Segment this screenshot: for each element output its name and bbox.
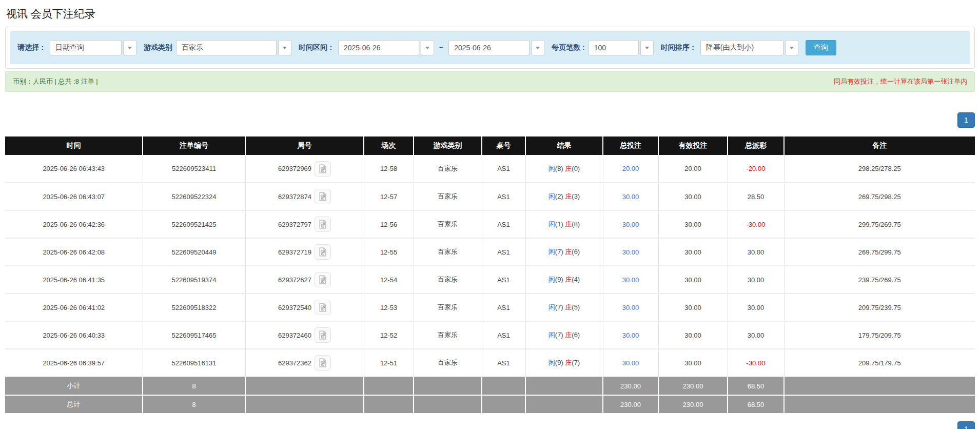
result-banker-label: 庄 xyxy=(565,165,572,172)
pagination-top: 1 xyxy=(5,112,975,128)
table-row: 2025-06-26 06:43:43522609523411629372969… xyxy=(5,155,975,183)
cell-table-id: AS1 xyxy=(482,155,525,183)
cell-session: 12-57 xyxy=(364,183,414,210)
result-player-label: 闲 xyxy=(548,276,555,283)
video-file-icon[interactable] xyxy=(315,161,331,177)
cell-note: 239.75/269.75 xyxy=(784,266,975,294)
time-sort-dropdown-button[interactable] xyxy=(785,40,798,55)
result-banker-score: (7) xyxy=(572,359,580,366)
game-type-dropdown-button[interactable] xyxy=(278,40,291,55)
cell-round-id: 629372627 xyxy=(245,266,364,294)
date-to-input[interactable] xyxy=(448,40,530,55)
cell-bet-id: 522609519374 xyxy=(143,266,245,294)
date-range-separator: ~ xyxy=(439,44,443,52)
per-page-input[interactable] xyxy=(589,40,639,55)
result-player-label: 闲 xyxy=(548,220,555,228)
game-type-label: 游戏类别 xyxy=(144,43,172,52)
caret-down-icon xyxy=(128,47,132,49)
summary-payout: 68.50 xyxy=(728,377,784,395)
total-bet-link[interactable]: 30.00 xyxy=(622,193,639,201)
cell-result xyxy=(525,395,603,414)
result-player-score: (2) xyxy=(555,192,565,200)
round-id-with-video: 629372969 xyxy=(278,161,331,177)
query-mode-dropdown-button[interactable] xyxy=(123,40,136,55)
date-from-dropdown-button[interactable] xyxy=(421,40,434,55)
total-bet-link[interactable]: 30.00 xyxy=(622,276,639,284)
video-file-icon[interactable] xyxy=(315,272,331,287)
betting-records-table: 时间 注单编号 局号 场次 游戏类别 桌号 结果 总投注 有效投注 总派彩 备注… xyxy=(5,136,975,414)
total-bet-link[interactable]: 30.00 xyxy=(622,248,639,256)
result-banker-score: (6) xyxy=(572,248,580,256)
video-file-icon[interactable] xyxy=(315,189,331,204)
round-id-with-video: 629372874 xyxy=(278,189,331,204)
date-from-input[interactable] xyxy=(338,40,419,55)
video-file-icon[interactable] xyxy=(315,244,331,260)
cell-note xyxy=(784,377,975,395)
cell-bet-id: 522609520449 xyxy=(143,238,245,266)
header-round-id: 局号 xyxy=(245,136,364,155)
result-player-score: (1) xyxy=(555,220,565,228)
caret-down-icon xyxy=(425,47,429,49)
total-bet-link[interactable]: 30.00 xyxy=(622,304,639,311)
time-sort-label: 时间排序： xyxy=(661,43,697,52)
total-bet-link[interactable]: 20.00 xyxy=(622,165,639,172)
date-to-dropdown-button[interactable] xyxy=(531,40,544,55)
header-table-id: 桌号 xyxy=(482,136,525,155)
time-sort-input[interactable] xyxy=(700,40,783,55)
per-page-combobox xyxy=(589,40,654,55)
round-id-with-video: 629372362 xyxy=(278,355,331,371)
subtotal-row: 小计8230.00230.0068.50 xyxy=(5,377,975,395)
result-player-label: 闲 xyxy=(548,192,555,200)
cell-game-type: 百家乐 xyxy=(414,155,482,183)
game-type-input[interactable] xyxy=(176,40,277,55)
cell-bet-id: 522609516131 xyxy=(143,349,245,377)
result-banker-score: (6) xyxy=(572,331,580,339)
cell-result: 闲(7) 庄(6) xyxy=(525,321,603,349)
cell-game-type: 百家乐 xyxy=(414,238,482,266)
cell-time: 2025-06-26 06:43:43 xyxy=(5,155,143,183)
query-mode-label: 请选择： xyxy=(17,43,46,52)
query-mode-input[interactable] xyxy=(50,40,122,55)
round-id-value: 629372460 xyxy=(278,332,311,339)
cell-payout: -30.00 xyxy=(728,349,784,377)
caret-down-icon xyxy=(283,47,287,49)
cell-game-type: 百家乐 xyxy=(414,294,482,321)
result-banker-label: 庄 xyxy=(565,331,572,339)
cell-valid-bet: 30.00 xyxy=(658,349,728,377)
cell-note: 209.75/179.75 xyxy=(784,349,975,377)
cell-time: 2025-06-26 06:43:07 xyxy=(5,183,143,210)
total-bet-link[interactable]: 30.00 xyxy=(622,332,639,339)
cell-round-id: 629372460 xyxy=(245,321,364,349)
result-banker-score: (3) xyxy=(572,192,580,200)
video-file-icon[interactable] xyxy=(315,355,331,371)
page-title: 视讯 会员下注纪录 xyxy=(6,7,974,21)
video-file-icon[interactable] xyxy=(315,327,331,343)
round-id-with-video: 629372797 xyxy=(278,217,331,232)
total-bet-link[interactable]: 30.00 xyxy=(622,221,639,228)
cell-time: 2025-06-26 06:40:33 xyxy=(5,321,143,349)
cell-payout: 30.00 xyxy=(728,266,784,294)
pagination-bottom: 1 xyxy=(5,421,975,429)
total-bet-link[interactable]: 30.00 xyxy=(622,359,639,367)
video-file-icon[interactable] xyxy=(315,300,331,315)
page-1-button[interactable]: 1 xyxy=(957,421,975,429)
cell-result: 闲(1) 庄(8) xyxy=(525,210,603,238)
per-page-dropdown-button[interactable] xyxy=(640,40,654,55)
round-id-value: 629372719 xyxy=(278,248,311,256)
cell-result xyxy=(525,377,603,395)
cell-note: 179.75/209.75 xyxy=(784,321,975,349)
result-player-score: (9) xyxy=(555,359,565,366)
page-1-button[interactable]: 1 xyxy=(957,112,975,128)
header-game-type: 游戏类别 xyxy=(414,136,482,155)
cell-time: 2025-06-26 06:41:35 xyxy=(5,266,143,294)
cell-table-id: AS1 xyxy=(482,349,525,377)
video-file-icon[interactable] xyxy=(315,217,331,232)
result-player-score: (7) xyxy=(555,303,565,311)
summary-total-bet: 230.00 xyxy=(603,377,658,395)
cell-note xyxy=(784,395,975,414)
result-player-score: (8) xyxy=(555,165,565,172)
table-row: 2025-06-26 06:42:08522609520449629372719… xyxy=(5,238,975,266)
summary-count: 8 xyxy=(143,377,245,395)
cell-valid-bet: 30.00 xyxy=(658,294,728,321)
search-button[interactable]: 查询 xyxy=(806,40,836,55)
